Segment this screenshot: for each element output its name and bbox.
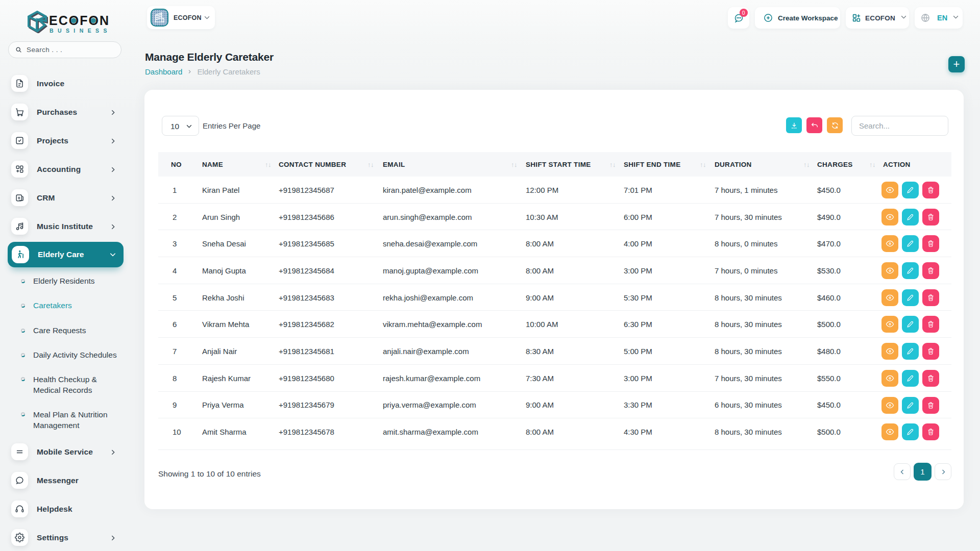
svg-text:ECOFON: ECOFON: [49, 13, 110, 28]
svg-text:BUSINESS: BUSINESS: [50, 28, 111, 33]
